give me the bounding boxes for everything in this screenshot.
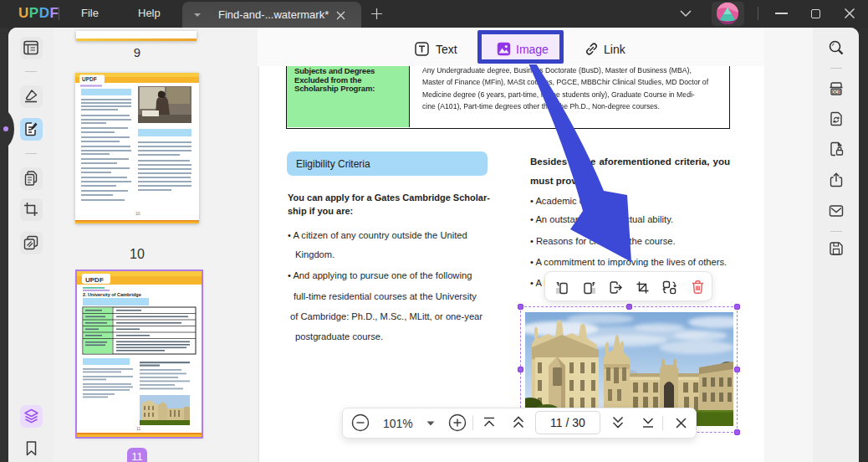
svg-text:UPDF: UPDF	[85, 276, 104, 284]
svg-text:10: 10	[135, 211, 140, 216]
svg-text:2. University of Cambridge: 2. University of Cambridge	[83, 292, 141, 297]
svg-text:11: 11	[136, 426, 140, 431]
svg-text:OCR: OCR	[831, 90, 841, 95]
svg-text:UPDF: UPDF	[82, 76, 97, 82]
